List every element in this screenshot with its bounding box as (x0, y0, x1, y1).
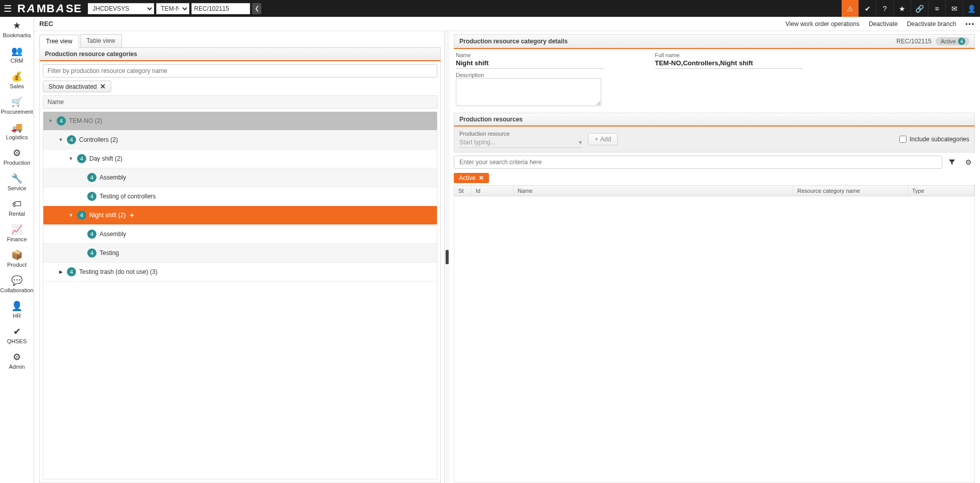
status-badge: 4 (67, 267, 76, 276)
toggle-icon[interactable] (58, 269, 64, 274)
sidebar-item-label: Rental (9, 211, 25, 217)
sidebar-item-product[interactable]: 📦Product (0, 246, 34, 272)
sidebar-item-production[interactable]: ⚙Production (0, 144, 34, 170)
menu-icon[interactable]: ☰ (0, 3, 15, 14)
tree-row[interactable]: 4Controllers (2) (43, 131, 437, 149)
filter-icon[interactable] (945, 156, 959, 169)
tree-row[interactable]: 4Testing trash (do not use) (3) (43, 263, 437, 282)
logo: RAMBASE (15, 2, 88, 15)
topbar-right-icons: ⚠ ✔ ? ★ 🔗 ≡ ✉ 👤 (841, 0, 980, 17)
tree-row[interactable]: 4Testing (43, 244, 437, 263)
sidebar-item-rental[interactable]: 🏷Rental (0, 195, 34, 221)
details-title: Production resource category details (459, 38, 568, 45)
close-icon[interactable]: ✕ (100, 83, 106, 90)
tree-row[interactable]: 4Assembly (43, 225, 437, 244)
bookmarks-icon: ★ (13, 20, 21, 31)
sidebar-item-procurement[interactable]: 🛒Procurement (0, 93, 34, 119)
include-subcategories-input[interactable] (899, 136, 906, 143)
tab-tree-view[interactable]: Tree view (39, 35, 79, 48)
sidebar: ★Bookmarks👥CRM💰Sales🛒Procurement🚚Logisti… (0, 17, 34, 483)
tree-row[interactable]: 4Day shift (2) (43, 149, 437, 168)
sidebar-item-finance[interactable]: 📈Finance (0, 221, 34, 246)
toggle-icon[interactable] (68, 213, 74, 218)
alert-icon[interactable]: ⚠ (841, 0, 859, 17)
sidebar-item-hr[interactable]: 👤HR (0, 297, 34, 323)
service-icon: 🔧 (11, 173, 22, 184)
resource-search-input[interactable] (454, 156, 942, 169)
sidebar-item-label: Procurement (1, 109, 33, 115)
status-text: Active (941, 38, 956, 44)
add-button[interactable]: + Add (588, 133, 618, 145)
link-icon[interactable]: 🔗 (911, 0, 928, 17)
status-badge: 4 (77, 154, 86, 163)
sidebar-item-sales[interactable]: 💰Sales (0, 68, 34, 93)
description-textarea[interactable] (456, 78, 601, 106)
fullname-label: Full name (655, 52, 803, 58)
toggle-icon[interactable] (68, 156, 74, 161)
back-button[interactable]: ❮ (252, 3, 261, 14)
deactivate-link[interactable]: Deactivate (869, 20, 898, 28)
tree-row[interactable]: 4TEM-NO (2) (43, 112, 437, 131)
user-icon[interactable]: 👤 (963, 0, 980, 17)
col-st[interactable]: St (454, 186, 472, 196)
sidebar-item-label: Admin (9, 364, 24, 370)
col-cat[interactable]: Resource category name (793, 186, 908, 196)
check-icon[interactable]: ✔ (859, 0, 876, 17)
status-pill: Active 4 (936, 37, 969, 45)
sales-icon: 💰 (11, 71, 22, 82)
status-badge: 4 (87, 230, 96, 239)
sidebar-item-logistics[interactable]: 🚚Logistics (0, 119, 34, 144)
resource-combo[interactable]: Start typing... ▾ (459, 137, 582, 148)
toggle-icon[interactable] (47, 118, 54, 123)
sidebar-item-bookmarks[interactable]: ★Bookmarks (0, 17, 34, 42)
tree-row[interactable]: 4Night shift (2)+ (43, 206, 437, 225)
qhses-icon: ✔ (13, 326, 21, 337)
sidebar-item-collaboration[interactable]: 💬Collaboration (0, 272, 34, 297)
view-work-order-link[interactable]: View work order operations (786, 20, 860, 28)
category-filter-input[interactable] (43, 64, 437, 78)
list-icon[interactable]: ≡ (928, 0, 945, 17)
resource-combo-placeholder: Start typing... (459, 139, 496, 146)
sidebar-item-qhses[interactable]: ✔QHSES (0, 323, 34, 348)
sidebar-item-label: Product (7, 262, 27, 268)
star-icon[interactable]: ★ (893, 0, 911, 17)
resource-combo-label: Production resource (459, 131, 582, 137)
tree-column-header: Name (43, 95, 437, 109)
col-name[interactable]: Name (513, 186, 793, 196)
mail-icon[interactable]: ✉ (945, 0, 963, 17)
splitter[interactable] (445, 31, 450, 483)
more-actions-icon[interactable]: ••• (965, 20, 975, 28)
col-type[interactable]: Type (908, 186, 974, 196)
toggle-icon[interactable] (58, 137, 64, 142)
active-filter-chip[interactable]: Active ✕ (454, 173, 489, 183)
rec-id-label: REC/102115 (896, 38, 932, 45)
product-icon: 📦 (11, 249, 22, 261)
sidebar-item-service[interactable]: 🔧Service (0, 170, 34, 195)
tree-row[interactable]: 4Testing of controllers (43, 187, 437, 206)
tem-select[interactable]: TEM-NO (156, 3, 189, 14)
show-deactivated-chip[interactable]: Show deactivated ✕ (43, 81, 111, 92)
collaboration-icon: 💬 (11, 275, 22, 286)
close-icon[interactable]: ✕ (479, 174, 484, 182)
name-value[interactable]: Night shift (456, 58, 604, 69)
add-child-icon[interactable]: + (130, 211, 134, 219)
sidebar-item-crm[interactable]: 👥CRM (0, 42, 34, 68)
tree-label: Controllers (2) (79, 136, 118, 143)
sidebar-item-label: Sales (10, 83, 24, 89)
col-id[interactable]: Id (472, 186, 513, 196)
tree-row[interactable]: 4Assembly (43, 168, 437, 187)
tree-label: Testing trash (do not use) (3) (79, 268, 157, 275)
include-subcategories-checkbox[interactable]: Include subcategories (899, 136, 969, 143)
deactivate-branch-link[interactable]: Deactivate branch (907, 20, 957, 28)
left-tabs: Tree view Table view (39, 34, 441, 48)
tab-table-view[interactable]: Table view (80, 34, 122, 47)
rec-input[interactable] (191, 3, 250, 14)
sidebar-item-admin[interactable]: ⚙Admin (0, 348, 34, 374)
system-select[interactable]: JHCDEVSYS (88, 3, 154, 14)
help-icon[interactable]: ? (876, 0, 893, 17)
gear-icon[interactable]: ⚙ (962, 156, 975, 169)
sidebar-item-label: QHSES (7, 338, 27, 344)
add-label: Add (600, 136, 611, 143)
topbar: ☰ RAMBASE JHCDEVSYS TEM-NO ❮ ⚠ ✔ ? ★ 🔗 ≡… (0, 0, 980, 17)
sidebar-item-label: Collaboration (1, 287, 34, 293)
